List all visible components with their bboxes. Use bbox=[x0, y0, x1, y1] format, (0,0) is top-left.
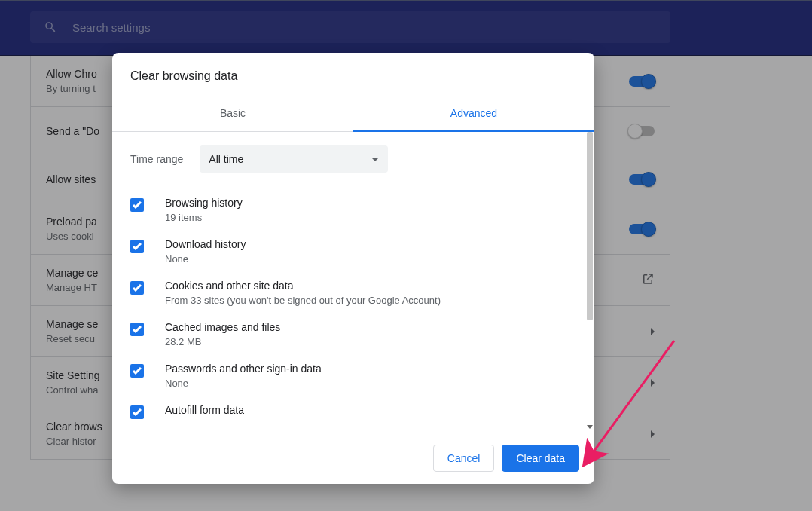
time-range-value: All time bbox=[209, 153, 243, 165]
option-title: Passwords and other sign-in data bbox=[165, 363, 322, 375]
tab-basic[interactable]: Basic bbox=[112, 96, 353, 131]
time-range-label: Time range bbox=[130, 153, 183, 165]
clear-data-option[interactable]: Cookies and other site dataFrom 33 sites… bbox=[130, 272, 567, 314]
clear-data-option[interactable]: Browsing history19 items bbox=[130, 189, 567, 231]
checkbox[interactable] bbox=[130, 364, 144, 378]
scrollbar-down-icon bbox=[587, 425, 593, 429]
checkbox[interactable] bbox=[130, 281, 144, 295]
dialog-scrollbar[interactable] bbox=[585, 132, 594, 432]
checkbox[interactable] bbox=[130, 323, 144, 336]
option-subtitle: 19 items bbox=[165, 212, 243, 223]
tab-advanced[interactable]: Advanced bbox=[353, 96, 594, 132]
cancel-button[interactable]: Cancel bbox=[433, 445, 495, 472]
clear-data-option[interactable]: Cached images and files28.2 MB bbox=[130, 314, 567, 355]
option-subtitle: None bbox=[165, 378, 322, 389]
clear-data-option[interactable]: Autofill form data bbox=[130, 396, 567, 427]
option-title: Cached images and files bbox=[165, 321, 280, 333]
clear-data-option[interactable]: Download historyNone bbox=[130, 231, 567, 272]
option-title: Cookies and other site data bbox=[165, 280, 441, 292]
checkbox[interactable] bbox=[130, 198, 144, 212]
dropdown-caret-icon bbox=[371, 158, 379, 161]
option-subtitle: 28.2 MB bbox=[165, 336, 280, 347]
dialog-title: Clear browsing data bbox=[112, 53, 594, 96]
clear-data-option[interactable]: Passwords and other sign-in dataNone bbox=[130, 355, 567, 396]
dialog-tabs: Basic Advanced bbox=[112, 96, 594, 132]
dialog-actions: Cancel Clear data bbox=[112, 432, 594, 484]
dialog-scroll-area: Time range All time Browsing history19 i… bbox=[112, 132, 585, 432]
clear-browsing-data-dialog: Clear browsing data Basic Advanced Time … bbox=[112, 53, 594, 484]
time-range-dropdown[interactable]: All time bbox=[200, 145, 388, 173]
option-title: Autofill form data bbox=[165, 404, 244, 416]
scrollbar-thumb[interactable] bbox=[587, 132, 593, 320]
option-subtitle: None bbox=[165, 253, 246, 265]
checkbox[interactable] bbox=[130, 240, 144, 253]
checkbox[interactable] bbox=[130, 405, 144, 419]
option-subtitle: From 33 sites (you won't be signed out o… bbox=[165, 295, 441, 306]
option-title: Browsing history bbox=[165, 197, 243, 209]
option-title: Download history bbox=[165, 238, 246, 250]
clear-data-button[interactable]: Clear data bbox=[502, 445, 579, 472]
